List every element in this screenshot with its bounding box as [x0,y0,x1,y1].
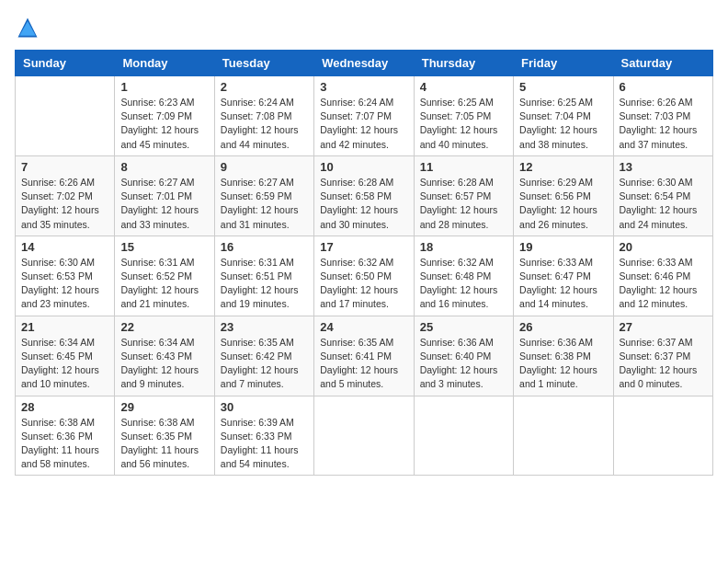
calendar-cell: 30Sunrise: 6:39 AM Sunset: 6:33 PM Dayli… [214,396,313,476]
weekday-header-wednesday: Wednesday [314,51,414,76]
day-info: Sunrise: 6:33 AM Sunset: 6:47 PM Dayligh… [519,256,607,312]
day-number: 2 [221,80,308,94]
day-number: 20 [620,240,707,254]
calendar-cell: 3Sunrise: 6:24 AM Sunset: 7:07 PM Daylig… [314,76,414,156]
day-number: 19 [519,240,607,254]
day-number: 26 [519,320,607,334]
day-number: 28 [21,400,108,414]
calendar-cell: 23Sunrise: 6:35 AM Sunset: 6:42 PM Dayli… [214,316,313,396]
day-number: 7 [21,160,108,174]
calendar-week-5: 28Sunrise: 6:38 AM Sunset: 6:36 PM Dayli… [16,396,713,476]
calendar-cell: 21Sunrise: 6:34 AM Sunset: 6:45 PM Dayli… [16,316,115,396]
calendar-cell: 13Sunrise: 6:30 AM Sunset: 6:54 PM Dayli… [613,155,712,236]
day-number: 6 [620,80,707,94]
day-info: Sunrise: 6:25 AM Sunset: 7:04 PM Dayligh… [519,96,607,152]
day-number: 12 [519,160,607,174]
calendar-cell: 18Sunrise: 6:32 AM Sunset: 6:48 PM Dayli… [414,236,513,316]
weekday-header-sunday: Sunday [16,51,115,76]
day-info: Sunrise: 6:39 AM Sunset: 6:33 PM Dayligh… [221,416,308,472]
calendar-cell: 5Sunrise: 6:25 AM Sunset: 7:04 PM Daylig… [514,76,613,156]
day-info: Sunrise: 6:25 AM Sunset: 7:05 PM Dayligh… [420,96,507,152]
day-info: Sunrise: 6:34 AM Sunset: 6:43 PM Dayligh… [120,336,208,392]
day-info: Sunrise: 6:29 AM Sunset: 6:56 PM Dayligh… [519,176,607,232]
calendar-cell: 8Sunrise: 6:27 AM Sunset: 7:01 PM Daylig… [115,155,214,236]
calendar-cell: 14Sunrise: 6:30 AM Sunset: 6:53 PM Dayli… [16,236,115,316]
calendar-cell: 22Sunrise: 6:34 AM Sunset: 6:43 PM Dayli… [115,316,214,396]
calendar-cell: 10Sunrise: 6:28 AM Sunset: 6:58 PM Dayli… [314,155,414,236]
day-number: 13 [620,160,707,174]
calendar-cell: 29Sunrise: 6:38 AM Sunset: 6:35 PM Dayli… [115,396,214,476]
calendar-table: SundayMondayTuesdayWednesdayThursdayFrid… [15,50,713,476]
calendar-cell: 28Sunrise: 6:38 AM Sunset: 6:36 PM Dayli… [16,396,115,476]
day-info: Sunrise: 6:38 AM Sunset: 6:36 PM Dayligh… [21,416,108,472]
calendar-cell: 24Sunrise: 6:35 AM Sunset: 6:41 PM Dayli… [314,316,414,396]
calendar-cell: 1Sunrise: 6:23 AM Sunset: 7:09 PM Daylig… [115,76,214,156]
calendar-cell: 15Sunrise: 6:31 AM Sunset: 6:52 PM Dayli… [115,236,214,316]
calendar-cell: 12Sunrise: 6:29 AM Sunset: 6:56 PM Dayli… [514,155,613,236]
calendar-cell [16,76,115,156]
day-info: Sunrise: 6:23 AM Sunset: 7:09 PM Dayligh… [120,96,208,152]
day-number: 14 [21,240,108,254]
day-number: 27 [620,320,707,334]
day-info: Sunrise: 6:32 AM Sunset: 6:48 PM Dayligh… [420,256,507,312]
day-info: Sunrise: 6:24 AM Sunset: 7:07 PM Dayligh… [320,96,407,152]
day-info: Sunrise: 6:27 AM Sunset: 7:01 PM Dayligh… [120,176,208,232]
day-number: 15 [120,240,208,254]
calendar-week-4: 21Sunrise: 6:34 AM Sunset: 6:45 PM Dayli… [16,316,713,396]
day-info: Sunrise: 6:35 AM Sunset: 6:42 PM Dayligh… [221,336,308,392]
day-info: Sunrise: 6:38 AM Sunset: 6:35 PM Dayligh… [120,416,208,472]
calendar-cell: 16Sunrise: 6:31 AM Sunset: 6:51 PM Dayli… [214,236,313,316]
day-info: Sunrise: 6:26 AM Sunset: 7:02 PM Dayligh… [21,176,108,232]
calendar-cell: 6Sunrise: 6:26 AM Sunset: 7:03 PM Daylig… [613,76,712,156]
day-number: 16 [221,240,308,254]
calendar-cell: 9Sunrise: 6:27 AM Sunset: 6:59 PM Daylig… [214,155,313,236]
day-number: 1 [120,80,208,94]
calendar-week-1: 1Sunrise: 6:23 AM Sunset: 7:09 PM Daylig… [16,76,713,156]
logo-icon [15,15,40,40]
calendar-cell: 27Sunrise: 6:37 AM Sunset: 6:37 PM Dayli… [613,316,712,396]
day-number: 29 [120,400,208,414]
day-number: 17 [320,240,407,254]
weekday-header-friday: Friday [514,51,613,76]
calendar-cell: 26Sunrise: 6:36 AM Sunset: 6:38 PM Dayli… [514,316,613,396]
day-info: Sunrise: 6:28 AM Sunset: 6:58 PM Dayligh… [320,176,407,232]
day-number: 5 [519,80,607,94]
calendar-week-3: 14Sunrise: 6:30 AM Sunset: 6:53 PM Dayli… [16,236,713,316]
calendar-cell: 11Sunrise: 6:28 AM Sunset: 6:57 PM Dayli… [414,155,513,236]
day-number: 4 [420,80,507,94]
calendar-cell: 2Sunrise: 6:24 AM Sunset: 7:08 PM Daylig… [214,76,313,156]
day-info: Sunrise: 6:31 AM Sunset: 6:52 PM Dayligh… [120,256,208,312]
day-number: 25 [420,320,507,334]
calendar-cell: 20Sunrise: 6:33 AM Sunset: 6:46 PM Dayli… [613,236,712,316]
calendar-week-2: 7Sunrise: 6:26 AM Sunset: 7:02 PM Daylig… [16,155,713,236]
day-number: 24 [320,320,407,334]
weekday-header-monday: Monday [115,51,214,76]
day-number: 22 [120,320,208,334]
calendar-cell: 19Sunrise: 6:33 AM Sunset: 6:47 PM Dayli… [514,236,613,316]
calendar-cell: 17Sunrise: 6:32 AM Sunset: 6:50 PM Dayli… [314,236,414,316]
day-info: Sunrise: 6:28 AM Sunset: 6:57 PM Dayligh… [420,176,507,232]
weekday-header-saturday: Saturday [613,51,712,76]
day-info: Sunrise: 6:36 AM Sunset: 6:40 PM Dayligh… [420,336,507,392]
calendar-cell [414,396,513,476]
calendar-cell: 7Sunrise: 6:26 AM Sunset: 7:02 PM Daylig… [16,155,115,236]
calendar-cell: 4Sunrise: 6:25 AM Sunset: 7:05 PM Daylig… [414,76,513,156]
calendar-cell [314,396,414,476]
day-info: Sunrise: 6:33 AM Sunset: 6:46 PM Dayligh… [620,256,707,312]
day-number: 18 [420,240,507,254]
day-info: Sunrise: 6:30 AM Sunset: 6:54 PM Dayligh… [620,176,707,232]
day-number: 10 [320,160,407,174]
day-info: Sunrise: 6:27 AM Sunset: 6:59 PM Dayligh… [221,176,308,232]
day-info: Sunrise: 6:24 AM Sunset: 7:08 PM Dayligh… [221,96,308,152]
day-number: 3 [320,80,407,94]
day-number: 11 [420,160,507,174]
svg-marker-1 [19,21,36,36]
day-number: 9 [221,160,308,174]
day-info: Sunrise: 6:34 AM Sunset: 6:45 PM Dayligh… [21,336,108,392]
page-header [15,15,713,40]
day-number: 23 [221,320,308,334]
calendar-cell [613,396,712,476]
day-info: Sunrise: 6:31 AM Sunset: 6:51 PM Dayligh… [221,256,308,312]
calendar-cell: 25Sunrise: 6:36 AM Sunset: 6:40 PM Dayli… [414,316,513,396]
logo [15,15,44,40]
